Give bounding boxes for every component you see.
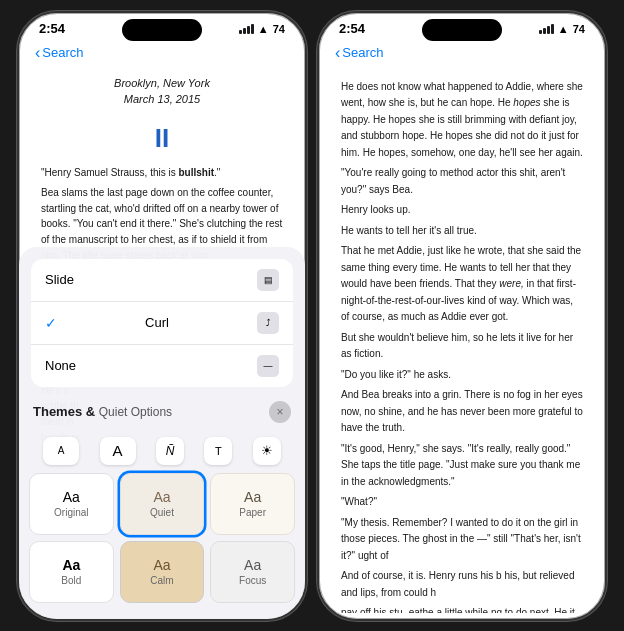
- overlay-panel: Slide ▤ ✓ Curl ⤴ None — Themes & Quiet O…: [19, 247, 305, 619]
- font-style-icon: Ñ: [166, 444, 175, 458]
- book-header: Brooklyn, New York March 13, 2015: [41, 75, 283, 108]
- status-bar-right: 2:54 ▲ 74: [319, 13, 605, 41]
- location-line1: Brooklyn, New York: [41, 75, 283, 92]
- time-right: 2:54: [339, 21, 365, 36]
- font-large-a: A: [113, 442, 123, 459]
- theme-focus-preview: Aa: [244, 557, 261, 573]
- theme-focus-label: Focus: [239, 575, 266, 586]
- themes-header-row: Themes & Quiet Options ×: [19, 395, 305, 431]
- theme-bold-label: Bold: [61, 575, 81, 586]
- para-1: "Henry Samuel Strauss, this is bullshit.…: [41, 165, 283, 181]
- rp-13: pay off his stu- eathe a little while ng…: [341, 605, 583, 613]
- rp-7: "Do you like it?" he asks.: [341, 367, 583, 384]
- font-small-a: A: [58, 445, 65, 456]
- theme-calm[interactable]: Aa Calm: [120, 541, 205, 603]
- theme-paper[interactable]: Aa Paper: [210, 473, 295, 535]
- theme-paper-preview: Aa: [244, 489, 261, 505]
- status-bar-left: 2:54 ▲ 74: [19, 13, 305, 41]
- rp-8: And Bea breaks into a grin. There is no …: [341, 387, 583, 437]
- none-icon: —: [257, 355, 279, 377]
- theme-quiet[interactable]: Aa Quiet: [120, 473, 205, 535]
- book-content-right: He does not know what happened to Addie,…: [319, 67, 605, 613]
- wifi-icon-left: ▲: [258, 23, 269, 35]
- themes-label: Themes & Quiet Options: [33, 404, 172, 419]
- status-icons-right: ▲ 74: [539, 23, 585, 35]
- rp-9: "It's good, Henry," she says. "It's real…: [341, 441, 583, 491]
- rp-5: That he met Addie, just like he wrote, t…: [341, 243, 583, 326]
- rp-2: "You're really going to method actor thi…: [341, 165, 583, 198]
- theme-quiet-label: Quiet: [150, 507, 174, 518]
- rp-4: He wants to tell her it's all true.: [341, 223, 583, 240]
- book-text-right: He does not know what happened to Addie,…: [341, 79, 583, 613]
- battery-left: 74: [273, 23, 285, 35]
- time-left: 2:54: [39, 21, 65, 36]
- back-button-left[interactable]: ‹ Search: [35, 45, 84, 61]
- font-type-icon: T: [215, 445, 222, 457]
- scroll-slide-label: Slide: [45, 272, 74, 287]
- theme-focus[interactable]: Aa Focus: [210, 541, 295, 603]
- font-style-button[interactable]: Ñ: [156, 437, 184, 465]
- scroll-option-slide[interactable]: Slide ▤: [31, 259, 293, 302]
- theme-calm-label: Calm: [150, 575, 173, 586]
- rp-1: He does not know what happened to Addie,…: [341, 79, 583, 162]
- scroll-none-label: None: [45, 358, 76, 373]
- font-increase-button[interactable]: A: [100, 437, 136, 465]
- brightness-sun-icon: ☀: [261, 443, 273, 458]
- left-phone: 2:54 ▲ 74 ‹ Search Brooklyn, New York Ma…: [17, 11, 307, 621]
- battery-right: 74: [573, 23, 585, 35]
- signal-icon-right: [539, 24, 554, 34]
- rp-10: "What?": [341, 494, 583, 511]
- chevron-left-icon: ‹: [35, 45, 40, 61]
- theme-quiet-preview: Aa: [153, 489, 170, 505]
- status-icons-left: ▲ 74: [239, 23, 285, 35]
- rp-6: But she wouldn't believe him, so he lets…: [341, 330, 583, 363]
- theme-original[interactable]: Aa Original: [29, 473, 114, 535]
- theme-paper-label: Paper: [239, 507, 266, 518]
- nav-bar-left: ‹ Search: [19, 41, 305, 67]
- nav-bar-right: ‹ Search: [319, 41, 605, 67]
- rp-11: "My thesis. Remember? I wanted to do it …: [341, 515, 583, 565]
- scroll-option-curl[interactable]: ✓ Curl ⤴: [31, 302, 293, 345]
- close-button[interactable]: ×: [269, 401, 291, 423]
- theme-bold[interactable]: Aa Bold: [29, 541, 114, 603]
- theme-original-preview: Aa: [63, 489, 80, 505]
- back-button-right[interactable]: ‹ Search: [335, 45, 384, 61]
- brightness-button[interactable]: ☀: [253, 437, 281, 465]
- signal-icon-left: [239, 24, 254, 34]
- scroll-options: Slide ▤ ✓ Curl ⤴ None —: [31, 259, 293, 387]
- rp-12: And of course, it is. Henry runs his b h…: [341, 568, 583, 601]
- scroll-curl-label: Curl: [145, 315, 169, 330]
- chapter-number: II: [41, 118, 283, 160]
- font-type-button[interactable]: T: [204, 437, 232, 465]
- location-line2: March 13, 2015: [41, 91, 283, 108]
- theme-bold-preview: Aa: [62, 557, 80, 573]
- scroll-option-none[interactable]: None —: [31, 345, 293, 387]
- font-controls: A A Ñ T ☀: [19, 431, 305, 473]
- curl-icon: ⤴: [257, 312, 279, 334]
- theme-calm-preview: Aa: [153, 557, 170, 573]
- chevron-left-icon-right: ‹: [335, 45, 340, 61]
- back-label-left: Search: [42, 45, 83, 60]
- font-decrease-button[interactable]: A: [43, 437, 79, 465]
- slide-icon: ▤: [257, 269, 279, 291]
- phones-container: 2:54 ▲ 74 ‹ Search Brooklyn, New York Ma…: [7, 1, 617, 631]
- theme-cards: Aa Original Aa Quiet Aa Paper Aa Bold Aa: [19, 473, 305, 609]
- theme-original-label: Original: [54, 507, 88, 518]
- wifi-icon-right: ▲: [558, 23, 569, 35]
- scroll-curl-checkmark: ✓: [45, 315, 57, 331]
- rp-3: Henry looks up.: [341, 202, 583, 219]
- back-label-right: Search: [342, 45, 383, 60]
- right-phone: 2:54 ▲ 74 ‹ Search He does not know what…: [317, 11, 607, 621]
